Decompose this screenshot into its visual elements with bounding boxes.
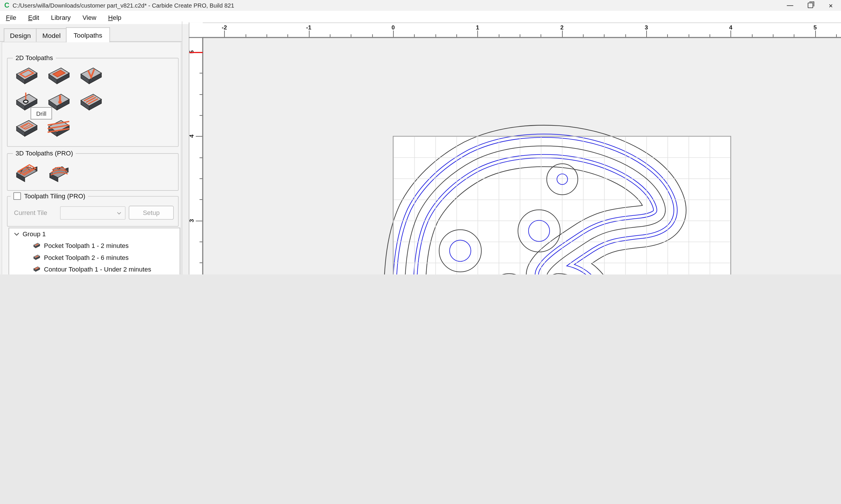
- menu-file[interactable]: File: [0, 11, 22, 24]
- contour-icon: [33, 266, 41, 273]
- 3d-rough-icon: [14, 160, 38, 183]
- tree-item-pocket-2[interactable]: Pocket Toolpath 2 - 6 minutes: [9, 252, 179, 263]
- menu-view[interactable]: View: [76, 11, 102, 24]
- engrave-hatch-icon: [14, 119, 38, 142]
- chevron-down-icon: [117, 211, 121, 216]
- contour-toolpath-button[interactable]: [14, 66, 38, 90]
- group-3d-title: 3D Toolpaths (PRO): [13, 149, 75, 157]
- menu-library[interactable]: Library: [45, 11, 76, 24]
- tiling-checkbox[interactable]: [14, 192, 21, 200]
- group-3d-toolpaths: 3D Toolpaths (PRO): [7, 153, 179, 191]
- current-tile-select[interactable]: [60, 206, 125, 220]
- ruler-y: 012345: [189, 38, 203, 274]
- title-bar: C C:/Users/willa/Downloads/customer part…: [0, 0, 841, 11]
- ruler-x-baseline: [189, 37, 841, 38]
- minimize-button[interactable]: [780, 0, 801, 11]
- setup-button[interactable]: Setup: [129, 205, 174, 220]
- pocket-icon: [33, 242, 41, 250]
- restore-icon: [808, 3, 813, 8]
- ruler-red-mark: [189, 52, 203, 53]
- app-window: C C:/Users/willa/Downloads/customer part…: [0, 0, 841, 274]
- ruler-corner: [189, 22, 203, 37]
- wrap-lines-icon: [46, 119, 71, 142]
- ruler-x: -2-1012345: [189, 22, 841, 37]
- design-canvas[interactable]: [203, 38, 841, 274]
- pocket-icon: [33, 254, 41, 262]
- drill-tooltip: Drill: [31, 107, 52, 119]
- pocket-toolpath-button[interactable]: [46, 66, 71, 90]
- tree-group-label: Group 1: [22, 230, 46, 238]
- wrap-toolpath-button[interactable]: [46, 119, 71, 142]
- tab-toolpaths[interactable]: Toolpaths: [66, 28, 110, 42]
- vcarve-toolpath-button[interactable]: [78, 66, 103, 90]
- finish-3d-toolpath-button[interactable]: [46, 160, 71, 183]
- window-title: C:/Users/willa/Downloads/customer part_v…: [13, 2, 234, 8]
- close-icon: ×: [829, 2, 833, 9]
- group-2d-title: 2D Toolpaths: [13, 54, 56, 62]
- toolpaths-page: 2D Toolpaths: [2, 42, 181, 274]
- 3d-finish-icon: [46, 160, 71, 183]
- ruler-y-baseline: [202, 37, 203, 274]
- group-toolpath-tiling: Toolpath Tiling (PRO) Current Tile Setup: [7, 196, 179, 227]
- minimize-icon: [787, 5, 793, 5]
- menu-bar: File Edit Library View Help: [0, 11, 841, 24]
- chevron-down-icon: [14, 231, 19, 236]
- menu-edit[interactable]: Edit: [22, 11, 45, 24]
- current-tile-label: Current Tile: [14, 209, 47, 216]
- texture-toolpath-button[interactable]: [78, 92, 103, 116]
- tiling-title-row: Toolpath Tiling (PRO): [11, 192, 88, 200]
- tiling-title: Toolpath Tiling (PRO): [24, 192, 85, 200]
- tab-design[interactable]: Design: [4, 28, 37, 42]
- toolpath-tree: Group 1 Pocket Toolpath 1 - 2 minutes: [8, 228, 180, 274]
- app-logo-icon: C: [4, 0, 9, 11]
- texture-icon: [78, 92, 103, 116]
- group-2d-toolpaths: 2D Toolpaths: [7, 58, 179, 147]
- tree-item-contour-1[interactable]: Contour Toolpath 1 - Under 2 minutes: [9, 264, 179, 274]
- restore-button[interactable]: [800, 0, 821, 11]
- tab-model[interactable]: Model: [36, 28, 67, 42]
- toolpaths-panel: 2D Toolpaths: [0, 42, 182, 274]
- panel-divider: [182, 21, 183, 274]
- rough-3d-toolpath-button[interactable]: [14, 160, 38, 183]
- contour-icon: [14, 66, 38, 90]
- tree-group-row[interactable]: Group 1: [9, 228, 179, 240]
- v-carve-icon: [78, 66, 103, 90]
- menu-help[interactable]: Help: [102, 11, 127, 24]
- pocket-icon: [46, 66, 71, 90]
- engrave-toolpath-button[interactable]: [14, 119, 38, 142]
- close-button[interactable]: ×: [821, 0, 841, 11]
- tree-item-pocket-1[interactable]: Pocket Toolpath 1 - 2 minutes: [9, 240, 179, 252]
